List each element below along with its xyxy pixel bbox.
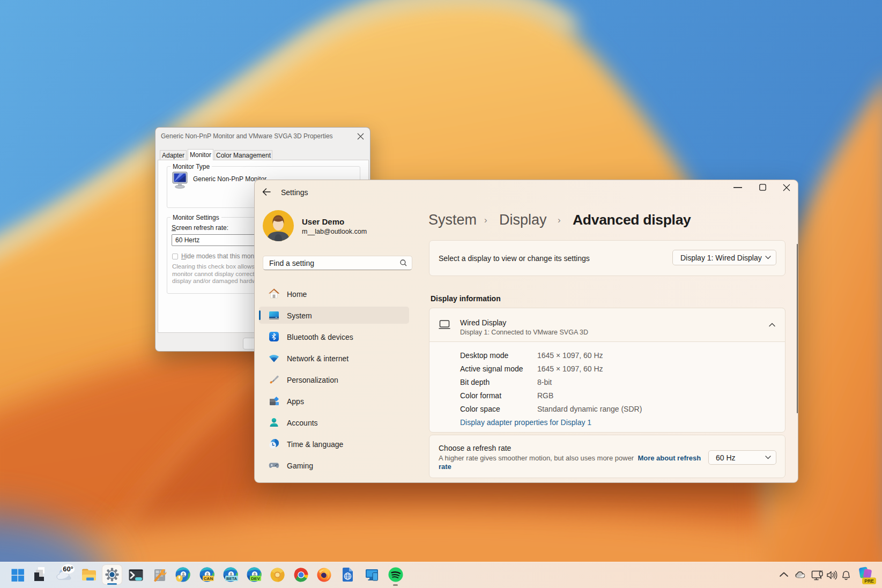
svg-text:CAN: CAN <box>204 576 213 581</box>
svg-text:60°: 60° <box>63 565 73 573</box>
svg-text:DEV: DEV <box>251 576 260 581</box>
svg-text:PRE: PRE <box>864 578 874 584</box>
svg-text:BETA: BETA <box>226 576 238 581</box>
